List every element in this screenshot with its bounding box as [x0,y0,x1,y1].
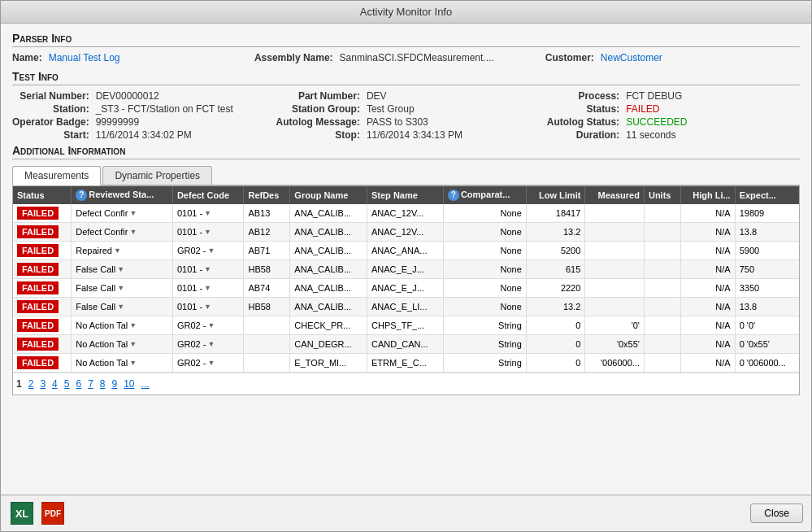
cell-units [644,204,680,223]
defect-dropdown[interactable]: ▼ [207,321,215,329]
reviewed-dropdown[interactable]: ▼ [129,321,137,329]
reviewed-dropdown[interactable]: ▼ [117,284,124,292]
cell-defect: GR02 - ▼ [172,335,244,354]
status-badge: FAILED [17,281,59,294]
cell-high-limit: N/A [680,316,735,335]
page-number[interactable]: 1 [16,378,22,390]
station-group-label: Station Group: [276,103,360,115]
col-high-limit: High Li... [680,186,735,204]
process-label: Process: [547,90,619,102]
cell-reviewed: No Action Tal ▼ [72,354,173,373]
cell-refdes [244,335,290,354]
station-group-value: Test Group [367,103,541,115]
reviewed-dropdown[interactable]: ▼ [129,359,137,367]
reviewed-dropdown[interactable]: ▼ [117,303,124,311]
tab-measurements[interactable]: Measurements [12,166,101,185]
reviewed-dropdown[interactable]: ▼ [117,265,124,273]
defect-dropdown[interactable]: ▼ [207,359,215,367]
autolog-msg-label: Autolog Message: [276,116,360,128]
status-badge: FAILED [17,338,59,351]
table-row: FAILED Defect Confir ▼ 0101 - ▼ AB13 ANA… [13,204,799,223]
autolog-msg-value: PASS to S303 [367,116,541,128]
cell-status: FAILED [13,204,72,223]
cell-defect: 0101 - ▼ [172,298,244,316]
cell-expected: 0 '0x55' [735,335,799,354]
excel-export-button[interactable]: XL [9,500,35,526]
cell-low-limit: 615 [526,260,585,279]
cell-low-limit: 13.2 [526,223,585,242]
tab-dynamic-properties[interactable]: Dynamic Properties [102,166,212,185]
page-number[interactable]: 10 [124,378,134,390]
cell-defect: GR02 - ▼ [172,316,244,335]
cell-expected: 13.8 [735,223,799,242]
cell-comparator: None [443,223,526,242]
col-defect: Defect Code [172,186,244,204]
defect-value: 0101 - [177,227,202,237]
table-row: FAILED No Action Tal ▼ GR02 - ▼ CAN_DEGR… [13,335,799,354]
comparator-help-icon[interactable]: ? [448,190,459,201]
defect-dropdown[interactable]: ▼ [204,228,211,236]
cell-expected: 5900 [735,242,799,260]
cell-units [644,260,680,279]
defect-value: 0101 - [177,208,202,218]
name-label: Name: [12,52,42,63]
reviewed-dropdown[interactable]: ▼ [114,246,121,255]
cell-refdes: AB12 [244,223,290,242]
defect-value: 0101 - [177,283,202,293]
serial-value: DEV00000012 [96,90,270,102]
cell-low-limit: 13.2 [526,298,585,316]
customer-label: Customer: [545,52,594,63]
reviewed-value: False Call [76,302,115,312]
page-number[interactable]: 3 [40,378,46,390]
assembly-label: Assembly Name: [254,52,333,63]
cell-group: CHECK_PR... [290,316,367,335]
defect-dropdown[interactable]: ▼ [204,209,211,217]
cell-group: E_TOR_MI... [290,354,367,373]
cell-high-limit: N/A [680,279,735,298]
page-number[interactable]: 6 [76,378,81,390]
defect-dropdown[interactable]: ▼ [207,340,215,348]
cell-expected: 0 '006000... [735,354,799,373]
page-number[interactable]: 7 [88,378,93,390]
part-label: Part Number: [276,90,360,102]
cell-group: ANA_CALIB... [290,223,367,242]
defect-dropdown[interactable]: ▼ [204,303,211,311]
reviewed-dropdown[interactable]: ▼ [129,340,137,348]
cell-comparator: String [443,335,526,354]
parser-info-grid: Name: Manual Test Log Assembly Name: San… [12,52,800,63]
cell-step: CHPS_TF_... [367,316,444,335]
page-number[interactable]: 2 [28,378,34,390]
cell-high-limit: N/A [680,223,735,242]
cell-high-limit: N/A [680,354,735,373]
defect-dropdown[interactable]: ▼ [204,265,211,273]
cell-low-limit: 5200 [526,242,585,260]
start-value: 11/6/2014 3:34:02 PM [96,129,270,141]
table-row: FAILED Repaired ▼ GR02 - ▼ AB71 ANA_CALI… [13,242,799,260]
table-row: FAILED No Action Tal ▼ GR02 - ▼ E_TOR_MI… [13,354,799,373]
cell-defect: 0101 - ▼ [172,204,244,223]
cell-group: ANA_CALIB... [290,279,367,298]
defect-dropdown[interactable]: ▼ [207,246,215,255]
page-number[interactable]: 4 [52,378,58,390]
page-number[interactable]: 8 [100,378,106,390]
reviewed-dropdown[interactable]: ▼ [129,209,137,217]
measurements-table-wrapper: Status ?Reviewed Sta... Defect Code RefD… [12,185,800,395]
page-number[interactable]: 5 [64,378,70,390]
defect-value: GR02 - [177,339,206,349]
close-button[interactable]: Close [750,504,803,523]
reviewed-dropdown[interactable]: ▼ [129,228,137,236]
reviewed-help-icon[interactable]: ? [76,190,87,201]
col-refdes: RefDes [244,186,290,204]
cell-comparator: None [443,260,526,279]
cell-group: ANA_CALIB... [290,260,367,279]
cell-measured [585,260,645,279]
defect-dropdown[interactable]: ▼ [204,284,211,292]
pdf-icon: PDF [41,502,64,525]
part-value: DEV [367,90,541,102]
station-value: _ST3 - FCT/Station on FCT test [96,103,270,115]
page-number[interactable]: 9 [112,378,118,390]
cell-status: FAILED [13,223,72,242]
page-number[interactable]: ... [141,378,150,390]
cell-refdes: AB71 [244,242,290,260]
pdf-export-button[interactable]: PDF [40,500,66,526]
